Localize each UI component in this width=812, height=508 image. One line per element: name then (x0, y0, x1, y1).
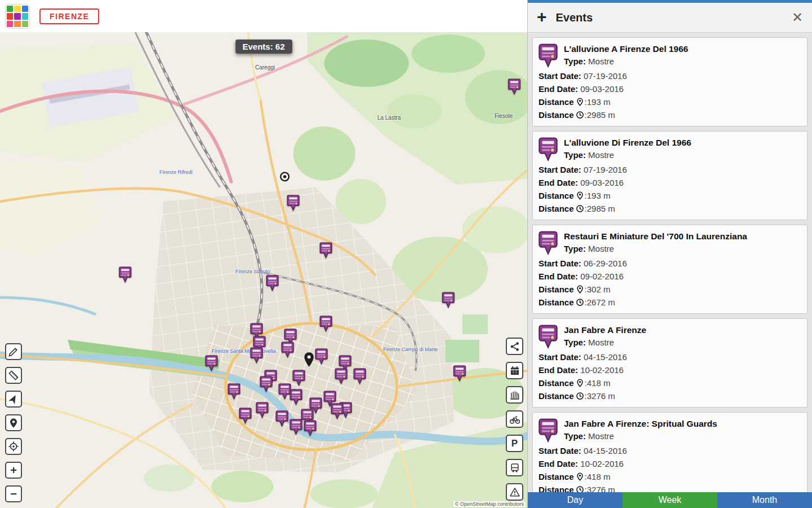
measure-button[interactable] (5, 367, 22, 384)
event-end-date: End Date: 10-02-2016 (539, 457, 801, 470)
event-start-date: Start Date: 04-15-2016 (539, 351, 801, 364)
markers-layer (0, 32, 527, 508)
clock-icon (576, 202, 584, 215)
event-marker[interactable] (276, 410, 289, 429)
event-marker[interactable] (260, 376, 273, 395)
bus-icon (509, 462, 520, 474)
event-start-date: Start Date: 07-19-2016 (539, 163, 801, 176)
event-marker[interactable] (453, 365, 466, 384)
event-start-date: Start Date: 07-19-2016 (539, 69, 801, 82)
map-toolbar-left: + − (5, 343, 22, 502)
share-button[interactable] (506, 338, 523, 355)
event-marker[interactable] (290, 389, 303, 408)
event-badge-icon (539, 231, 558, 257)
locate-button[interactable] (5, 438, 22, 455)
event-marker[interactable] (335, 368, 348, 387)
event-marker[interactable] (304, 420, 317, 439)
bike-button[interactable] (506, 410, 523, 428)
clock-icon (576, 389, 584, 402)
event-marker[interactable] (442, 292, 455, 310)
event-end-date: End Date: 10-02-2016 (539, 364, 801, 376)
events-count-badge: Events: 62 (235, 40, 292, 54)
event-marker[interactable] (508, 78, 521, 97)
event-card[interactable]: Restauri E Miniature Del '700 In Laurenz… (532, 225, 807, 314)
event-distance-time: Distance:3276 m (539, 483, 801, 492)
event-card-head: Jan Fabre A Firenze: Spritual Guards Typ… (539, 417, 801, 444)
event-distance-time: Distance:3276 m (539, 389, 801, 402)
event-distance-time: Distance:2985 m (539, 202, 801, 215)
event-marker[interactable] (119, 266, 132, 285)
event-badge-icon (539, 43, 558, 69)
event-marker[interactable] (315, 348, 328, 367)
event-marker[interactable] (205, 355, 218, 374)
day-button[interactable]: Day (528, 492, 623, 508)
event-card[interactable]: Jan Fabre A Firenze: Spritual Guards Typ… (532, 412, 807, 492)
events-list[interactable]: L'alluvione A Firenze Del 1966 Type: Mos… (528, 33, 812, 492)
calendar-button[interactable] (506, 362, 523, 379)
map-attribution: © OpenStreetMap contributors (453, 501, 526, 507)
event-marker[interactable] (228, 383, 241, 402)
event-card[interactable]: Jan Fabre A Firenze Type: Mostre Start D… (532, 318, 807, 408)
event-marker[interactable] (281, 341, 294, 360)
event-title: Jan Fabre A Firenze (564, 324, 646, 336)
grass-icon (509, 389, 520, 401)
clock-icon (576, 108, 584, 121)
alerts-button[interactable] (506, 483, 523, 501)
event-marker[interactable] (239, 408, 252, 426)
event-distance-walk: Distance:193 m (539, 95, 801, 108)
map-canvas[interactable]: CareggiFiesoleLa LastraFirenze RifrediFi… (0, 32, 527, 508)
event-distance-time: Distance:2672 m (539, 296, 801, 309)
panel-header: + Events ✕ (528, 3, 812, 33)
event-marker[interactable] (256, 402, 269, 421)
month-button[interactable]: Month (717, 492, 812, 508)
pin-icon (576, 376, 584, 389)
bus-button[interactable] (506, 459, 523, 476)
event-marker[interactable] (266, 275, 279, 294)
warning-triangle-icon (509, 487, 520, 498)
navigation-arrow-icon (8, 393, 19, 405)
event-type: Type: Mostre (564, 55, 688, 68)
event-card[interactable]: L'alluvione Di Firenze Del 1966 Type: Mo… (532, 131, 807, 220)
pin-icon (8, 418, 19, 428)
zoom-in-button[interactable]: + (5, 462, 22, 479)
dropped-pin-icon (303, 352, 315, 370)
calendar-view-switcher: Day Week Month (528, 492, 812, 508)
event-badge-icon (539, 137, 558, 163)
draw-button[interactable] (5, 343, 22, 360)
event-marker[interactable] (354, 368, 367, 387)
close-icon[interactable]: ✕ (792, 11, 803, 24)
event-card-head: Restauri E Miniature Del '700 In Laurenz… (539, 230, 801, 257)
zoom-out-button[interactable]: − (5, 485, 22, 502)
event-marker[interactable] (250, 347, 263, 366)
event-card-head: Jan Fabre A Firenze Type: Mostre (539, 323, 801, 351)
event-badge-icon (539, 325, 558, 351)
city-badge[interactable]: FIRENZE (39, 8, 99, 24)
add-event-icon[interactable]: + (537, 8, 547, 25)
event-marker[interactable] (320, 316, 333, 334)
event-title: L'alluvione Di Firenze Del 1966 (564, 137, 691, 148)
event-end-date: End Date: 09-03-2016 (539, 82, 801, 95)
event-card[interactable]: L'alluvione A Firenze Del 1966 Type: Mos… (532, 37, 807, 126)
event-marker[interactable] (287, 195, 300, 213)
add-pin-button[interactable] (5, 414, 22, 431)
event-start-date: Start Date: 06-29-2016 (539, 257, 801, 270)
current-location-icon (279, 170, 291, 185)
pin-icon (576, 95, 584, 108)
clock-icon (576, 296, 584, 309)
parks-button[interactable] (506, 386, 523, 404)
event-marker[interactable] (320, 242, 333, 261)
pencil-icon (8, 346, 19, 357)
event-marker[interactable] (290, 419, 303, 437)
event-marker[interactable] (293, 370, 306, 388)
event-marker[interactable] (331, 403, 344, 422)
event-start-date: Start Date: 04-15-2016 (539, 444, 801, 457)
event-card-head: L'alluvione Di Firenze Del 1966 Type: Mo… (539, 136, 801, 163)
target-icon (8, 441, 19, 452)
top-bar: FIRENZE (0, 0, 527, 32)
event-distance-walk: Distance:302 m (539, 283, 801, 296)
parking-button[interactable]: P (506, 435, 523, 452)
panel-title: Events (556, 11, 593, 24)
navigate-button[interactable] (5, 391, 22, 408)
week-button[interactable]: Week (623, 492, 717, 508)
event-type: Type: Mostre (564, 430, 717, 443)
